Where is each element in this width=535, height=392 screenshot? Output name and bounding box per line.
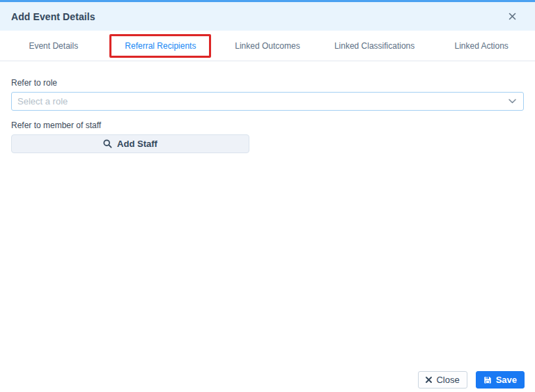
tab-label: Linked Classifications <box>332 40 417 52</box>
tab-label: Linked Actions <box>451 40 511 52</box>
tab-label-annotated: Referral Recipients <box>109 34 211 58</box>
role-select[interactable]: Select a role <box>11 92 524 111</box>
tab-linked-actions[interactable]: Linked Actions <box>428 31 535 61</box>
chevron-down-icon <box>509 99 516 104</box>
close-button-label: Close <box>436 375 459 385</box>
tab-event-details[interactable]: Event Details <box>0 31 107 61</box>
refer-to-role-label: Refer to role <box>11 78 524 88</box>
search-icon <box>103 139 112 148</box>
tab-label: Linked Outcomes <box>232 40 302 52</box>
save-button-label: Save <box>496 375 517 385</box>
tab-referral-recipients[interactable]: Referral Recipients <box>107 31 215 61</box>
save-floppy-icon <box>483 376 492 384</box>
tab-bar: Event Details Referral Recipients Linked… <box>0 31 535 61</box>
add-event-details-modal: Add Event Details Event Details Referral… <box>0 0 535 392</box>
modal-title: Add Event Details <box>11 11 95 22</box>
save-button[interactable]: Save <box>476 371 525 389</box>
add-staff-button-label: Add Staff <box>117 139 157 149</box>
close-button[interactable]: Close <box>418 371 467 389</box>
x-icon <box>426 377 432 383</box>
refer-to-staff-label: Refer to member of staff <box>11 120 524 130</box>
modal-header: Add Event Details <box>0 2 535 31</box>
modal-footer: Close Save <box>0 371 535 392</box>
close-icon[interactable] <box>504 9 520 24</box>
tab-linked-classifications[interactable]: Linked Classifications <box>321 31 428 61</box>
tab-linked-outcomes[interactable]: Linked Outcomes <box>214 31 321 61</box>
role-select-placeholder: Select a role <box>17 96 509 107</box>
modal-body: Refer to role Select a role Refer to mem… <box>0 61 535 371</box>
add-staff-button[interactable]: Add Staff <box>11 134 249 153</box>
tab-label: Event Details <box>26 40 81 52</box>
